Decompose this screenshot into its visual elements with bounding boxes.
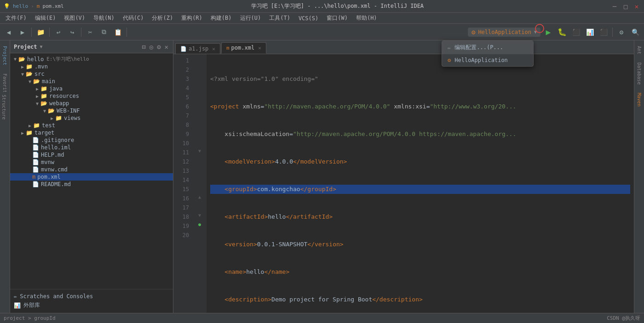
menu-build[interactable]: 构建(B) [207, 13, 236, 23]
structure-tab[interactable]: Structure [0, 92, 8, 122]
ant-tab[interactable]: Ant [635, 42, 644, 58]
project-button[interactable]: 📁 [34, 26, 46, 38]
coverage-button[interactable]: ⬛ [570, 26, 582, 38]
fold-11-icon[interactable]: ▼ [198, 148, 201, 153]
dropdown-hello-app[interactable]: ⚙ HelloApplication [442, 54, 533, 66]
redo-button[interactable]: ↪ [66, 26, 78, 38]
line3-val: "http://maven.apache.org/POM/4.0.0 https… [293, 130, 516, 139]
webinf-folder-icon: 📂 [48, 108, 55, 114]
tree-test[interactable]: ▶ 📁 test [10, 122, 173, 129]
code-editor[interactable]: 1 2 3 4 5 6 7 8 9 10 11 12 13 14 15 16 1… [173, 54, 634, 313]
test-folder-icon: 📁 [33, 122, 40, 129]
menu-vcs[interactable]: VCS(S) [295, 14, 322, 23]
line9-val: Demo project for Spring Boot [271, 295, 372, 304]
tree-webinf[interactable]: ▼ 📂 WEB-INF [10, 107, 173, 114]
tree-java[interactable]: ▶ 📁 java [10, 85, 173, 92]
menu-file[interactable]: 文件(F) [2, 13, 30, 23]
tree-gitignore[interactable]: ▶ 📄 .gitignore [10, 136, 173, 144]
tree-webapp[interactable]: ▼ 📂 webapp [10, 100, 173, 107]
toolbar-sep-2 [49, 28, 50, 37]
pomxml-icon: m [32, 174, 35, 180]
run-config-selector[interactable]: ⚙ HelloApplication ▼ [468, 28, 540, 37]
tree-root[interactable]: ▼ 📂 hello E:\学习吧\hello [10, 55, 173, 63]
status-csdn: CSDN @执久呀 [607, 315, 640, 322]
undo-button[interactable]: ↩ [52, 26, 64, 38]
dropdown-edit-config[interactable]: ✏ 编辑配置...(P... [442, 41, 533, 54]
app-title-text: 学习吧 [E:\学习吧] - ...\hello\pom.xml - Intel… [251, 3, 424, 9]
tree-target[interactable]: ▶ 📁 target [10, 129, 173, 136]
forward-button[interactable]: ▶ [17, 26, 29, 38]
tree-mvnwcmd[interactable]: ▶ 📄 mvnw.cmd [10, 166, 173, 173]
tree-mvnw[interactable]: ▶ 📄 mvnw [10, 159, 173, 166]
gutter-2 [193, 63, 207, 73]
sidebar-project-tab[interactable]: Project [0, 42, 9, 69]
gitignore-label: .gitignore [41, 137, 74, 143]
copy-button[interactable]: ⧉ [98, 26, 110, 38]
panel-settings-button[interactable]: ⚙ [156, 42, 161, 51]
menu-code[interactable]: 代码(C) [119, 13, 148, 23]
tree-iml[interactable]: ▶ 📄 hello.iml [10, 144, 173, 151]
profile-button[interactable]: 📊 [584, 26, 596, 38]
collapse-all-button[interactable]: ⊟ [141, 42, 146, 51]
external-lib-item[interactable]: 📊 外部库 [14, 300, 169, 310]
line2-attr1: xmlns [239, 102, 261, 111]
structure-tab-container: Structure [0, 92, 10, 122]
panel-close-button[interactable]: ✕ [164, 42, 169, 51]
menu-view[interactable]: 视图(V) [60, 13, 89, 23]
views-label: views [64, 115, 80, 121]
menu-tools[interactable]: 工具(T) [265, 13, 294, 23]
line4-open: <modelVersion> [224, 157, 275, 166]
menu-edit[interactable]: 编辑(E) [31, 13, 60, 23]
minimize-button[interactable]: ─ [611, 3, 618, 10]
line7-indent [210, 240, 224, 249]
database-tab[interactable]: Database [635, 59, 644, 88]
gutter-13 [193, 164, 207, 174]
status-path[interactable]: project > groupId [4, 315, 56, 321]
tab-pomxml[interactable]: m pom.xml ✕ [221, 42, 266, 54]
debug-button[interactable]: 🐛 [556, 26, 568, 38]
main-arrow: ▼ [27, 79, 33, 84]
menu-navigate[interactable]: 导航(N) [90, 13, 118, 23]
tree-mvn[interactable]: ▶ 📁 .mvn [10, 63, 173, 70]
mvnwcmd-icon: 📄 [32, 166, 39, 173]
gutter-19-badge: ● [198, 222, 201, 227]
tree-pomxml[interactable]: ▶ m pom.xml [10, 173, 173, 181]
menu-refactor[interactable]: 重构(R) [178, 13, 206, 23]
tree-helpmd[interactable]: ▶ 📄 HELP.md [10, 151, 173, 159]
maximize-button[interactable]: □ [622, 3, 629, 10]
tree-src[interactable]: ▼ 📂 src [10, 70, 173, 78]
tab-a1jsp[interactable]: 📄 a1.jsp ✕ [175, 43, 220, 54]
menu-window[interactable]: 窗口(W) [323, 13, 351, 23]
paste-button[interactable]: 📋 [112, 26, 124, 38]
tree-resources[interactable]: ▶ 📁 resources [10, 92, 173, 100]
tree-main[interactable]: ▼ 📂 main [10, 78, 173, 85]
tree-readmemd[interactable]: ▶ 📄 README.md [10, 181, 173, 188]
title-module-icon: m [37, 3, 40, 9]
search-everywhere-button[interactable]: 🔍 [629, 26, 641, 38]
line1-content: <?xml version="1.0" encoding=" [210, 74, 318, 84]
stop-button[interactable]: ⬛ [598, 26, 610, 38]
a1jsp-tab-close[interactable]: ✕ [212, 46, 215, 52]
fold-16-icon[interactable]: ▲ [198, 194, 201, 199]
close-button[interactable]: ✕ [633, 3, 640, 10]
line8-open: <name> [224, 267, 246, 277]
pomxml-tab-label: pom.xml [231, 45, 255, 51]
settings-button[interactable]: ⚙ [615, 26, 627, 38]
code-content[interactable]: <?xml version="1.0" encoding=" <project … [207, 54, 634, 313]
code-line-8: <name>hello</name> [210, 267, 630, 277]
menu-run[interactable]: 运行(U) [236, 13, 265, 23]
project-dropdown-icon[interactable]: ▼ [40, 44, 43, 49]
pomxml-tab-close[interactable]: ✕ [258, 45, 261, 51]
toolbar-sep-1 [31, 28, 32, 37]
panel-actions: ⊟ ◎ ⚙ ✕ [141, 42, 169, 51]
scratches-item[interactable]: ✏ Scratches and Consoles [14, 292, 169, 300]
tree-views[interactable]: ▶ 📁 views [10, 114, 173, 122]
maven-tab[interactable]: Maven [635, 89, 644, 110]
fold-18-icon[interactable]: ▼ [198, 213, 201, 218]
locate-file-button[interactable]: ◎ [149, 42, 154, 51]
line-numbers: 1 2 3 4 5 6 7 8 9 10 11 12 13 14 15 16 1… [173, 54, 193, 313]
back-button[interactable]: ◀ [3, 26, 15, 38]
menu-help[interactable]: 帮助(H) [352, 13, 381, 23]
cut-button[interactable]: ✂ [84, 26, 96, 38]
menu-analyze[interactable]: 分析(Z) [148, 13, 177, 23]
